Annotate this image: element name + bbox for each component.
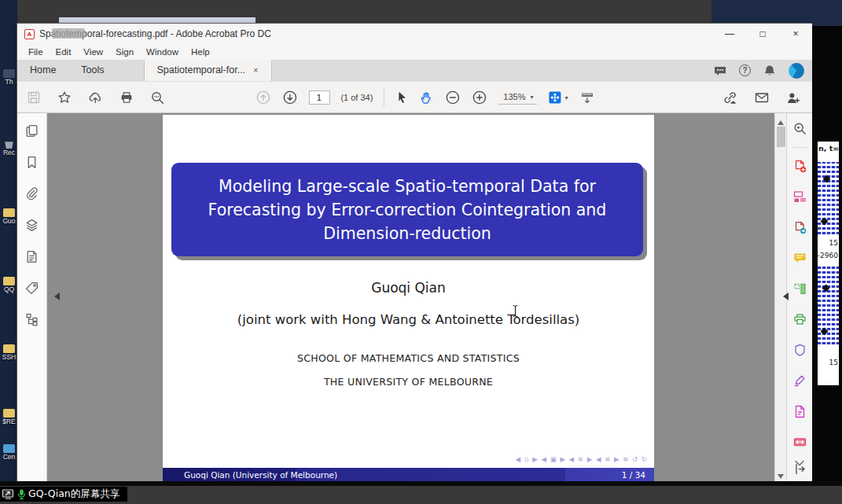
bookmarks-icon[interactable] xyxy=(24,155,39,170)
tab-tools[interactable]: Tools xyxy=(68,60,116,81)
comment-icon[interactable] xyxy=(792,251,807,266)
left-nav-rail xyxy=(17,113,47,486)
user-avatar[interactable] xyxy=(789,63,804,79)
folder-icon xyxy=(3,409,15,418)
close-button[interactable]: × xyxy=(779,24,812,44)
collapse-right-panel-icon[interactable] xyxy=(779,292,789,300)
export-pdf-icon[interactable] xyxy=(792,220,807,235)
scroll-up-icon[interactable] xyxy=(778,117,784,125)
organize-pages-icon[interactable] xyxy=(792,281,807,296)
slide-footer-author: Guoqi Qian (University of Melbourne) xyxy=(163,470,337,480)
zoom-level-dropdown[interactable]: 135% ▾ xyxy=(498,90,536,105)
plot-band xyxy=(818,162,839,234)
toolbar: (1 of 34) 135% ▾ ▾ xyxy=(17,81,812,113)
sliver-header: n, t=2 xyxy=(818,144,839,153)
sliver-value: -2960 xyxy=(818,252,838,259)
feedback-bubble-icon[interactable] xyxy=(713,64,727,78)
tab-home[interactable]: Home xyxy=(17,60,68,81)
fill-sign-pen-icon[interactable] xyxy=(792,373,807,388)
collapse-left-panel-icon[interactable] xyxy=(50,292,60,300)
desktop-icon-folder[interactable]: SSH xyxy=(1,344,17,361)
slide-affiliation-school: SCHOOL OF MATHEMATICS AND STATISTICS xyxy=(163,352,654,364)
desktop-icon-folder[interactable]: $RE xyxy=(1,409,17,425)
sliver-value: 15 xyxy=(829,359,838,366)
annotation-blur-overlay xyxy=(52,28,85,39)
desktop-icon-app[interactable]: Cen xyxy=(1,444,17,461)
layers-icon[interactable] xyxy=(24,218,39,233)
create-pdf-icon[interactable] xyxy=(792,159,807,174)
page-thumbnails-icon[interactable] xyxy=(24,123,39,138)
fit-page-icon xyxy=(548,90,562,105)
slide-joint-work: (joint work with Hong Wang & Antoinette … xyxy=(163,312,654,327)
background-window-sliver: n, t=2 › 15 -2960 15 xyxy=(812,0,842,486)
slide-footer-bar: Guoqi Qian (University of Melbourne) 1 /… xyxy=(163,468,654,481)
chevron-down-icon: ▾ xyxy=(531,94,534,101)
scrolling-mode-icon[interactable] xyxy=(579,90,595,105)
screen-share-view: Th Rec Guo QQ SSH $RE Cen A Spatiotempor… xyxy=(0,0,842,504)
optimize-pdf-icon[interactable] xyxy=(792,435,807,450)
scan-ocr-icon[interactable] xyxy=(792,312,807,327)
star-favorites-icon[interactable] xyxy=(57,90,72,105)
tab-bar: Home Tools Spatiotemporal-for... × ? xyxy=(17,60,812,81)
help-icon[interactable]: ? xyxy=(739,64,751,76)
tab-document[interactable]: Spatiotemporal-for... × xyxy=(144,60,272,81)
desktop-icon-recycle-bin[interactable]: Rec xyxy=(1,140,17,156)
desktop-icon-folder[interactable]: Guo xyxy=(1,208,17,225)
menu-help[interactable]: Help xyxy=(185,47,216,57)
print-icon[interactable] xyxy=(119,90,134,105)
pdf-page: Modeling Large-scale Spatio-temporal Dat… xyxy=(163,115,654,481)
attachments-paperclip-icon[interactable] xyxy=(24,186,39,201)
minimize-button[interactable]: — xyxy=(713,24,746,44)
desktop-icon[interactable]: Th xyxy=(1,69,17,86)
zoom-in-icon[interactable] xyxy=(472,90,487,105)
add-user-icon[interactable] xyxy=(785,90,801,105)
protect-shield-icon[interactable] xyxy=(792,343,807,358)
scrollbar-thumb[interactable] xyxy=(777,127,785,147)
slide-title-box: Modeling Large-scale Spatio-temporal Dat… xyxy=(171,163,643,256)
recycle-bin-icon xyxy=(3,140,15,149)
menu-view[interactable]: View xyxy=(77,47,109,57)
prepare-form-icon[interactable] xyxy=(792,404,807,419)
tab-close-icon[interactable]: × xyxy=(253,60,258,81)
beamer-navigation-symbols: ◀ ▫ ▶ ◀ ▣ ▶ ◀ ≡ ▶ ◀ ≡ ▶ ≡ ↺ ↻ xyxy=(515,455,648,463)
menu-window[interactable]: Window xyxy=(140,47,185,57)
zoom-level-value: 135% xyxy=(503,92,525,101)
next-page-icon[interactable] xyxy=(281,90,297,105)
notifications-bell-icon[interactable] xyxy=(763,64,777,78)
save-icon[interactable] xyxy=(27,90,41,105)
slide-author: Guoqi Qian xyxy=(163,280,654,296)
destinations-page-icon[interactable] xyxy=(24,249,39,264)
page-count-label: (1 of 34) xyxy=(340,93,373,102)
tags-icon[interactable] xyxy=(24,281,39,296)
select-tool-icon[interactable] xyxy=(395,90,408,105)
combine-files-icon[interactable] xyxy=(792,189,807,204)
plot-band xyxy=(818,266,839,344)
app-icon xyxy=(3,69,15,78)
content-order-icon[interactable] xyxy=(24,312,39,327)
email-icon[interactable] xyxy=(754,90,770,105)
document-area[interactable]: Modeling Large-scale Spatio-temporal Dat… xyxy=(47,113,774,486)
desktop-icon-folder[interactable]: QQ xyxy=(1,277,17,293)
search-icon[interactable] xyxy=(150,90,165,105)
rail-divider xyxy=(792,147,807,148)
maximize-button[interactable]: □ xyxy=(746,24,779,44)
cloud-upload-icon[interactable] xyxy=(88,90,103,105)
search-tools-icon[interactable] xyxy=(792,121,807,136)
menu-sign[interactable]: Sign xyxy=(109,47,140,57)
page-number-input[interactable] xyxy=(308,90,329,105)
menu-file[interactable]: File xyxy=(22,47,50,57)
background-plot-panel: n, t=2 › 15 -2960 15 xyxy=(818,142,839,385)
hand-tool-icon[interactable] xyxy=(419,90,434,105)
sliver-chevron: › xyxy=(818,223,820,231)
share-label: GQ-Qian的屏幕共享 xyxy=(28,487,119,501)
chevron-down-icon: ▾ xyxy=(565,94,568,101)
zoom-out-icon[interactable] xyxy=(445,90,461,105)
menu-edit[interactable]: Edit xyxy=(50,47,78,57)
fit-page-dropdown[interactable]: ▾ xyxy=(548,90,568,105)
screen-share-indicator[interactable]: GQ-Qian的屏幕共享 xyxy=(0,487,127,502)
acrobat-window: A Spatiotemporal-forecasting.pdf - Adobe… xyxy=(17,24,812,486)
ibeam-cursor xyxy=(511,304,520,318)
share-link-icon[interactable] xyxy=(723,90,738,105)
expand-pane-icon[interactable] xyxy=(792,462,807,476)
previous-page-icon[interactable] xyxy=(255,90,270,105)
